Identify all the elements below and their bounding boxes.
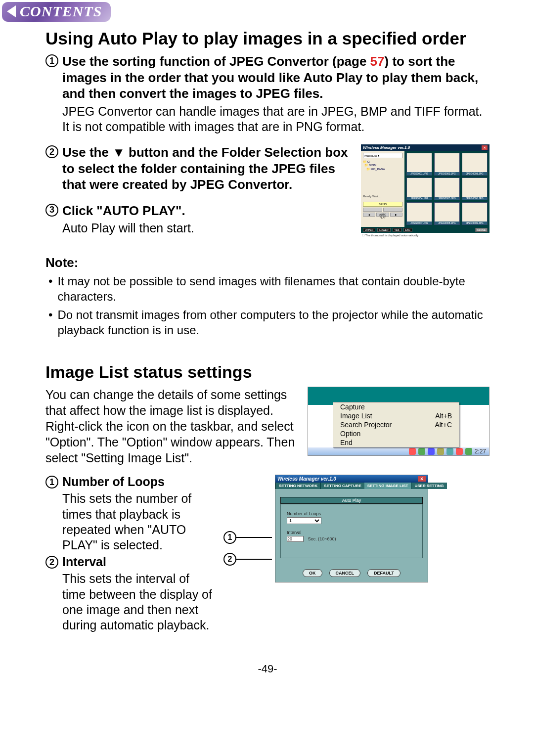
step-1-bold: Use the sorting function of JPEG Convert… [62,53,490,102]
menu-imagelist[interactable]: Image ListAlt+B [333,411,459,420]
default-button[interactable]: DEFAULT [367,569,400,577]
shot1-close-icon[interactable]: × [482,145,488,150]
sub-2-body: This sets the interval of time between t… [62,571,214,633]
shot1-play-button[interactable]: ▶ [390,213,402,217]
screenshot-settings: Wireless Manager ver.1.0 × SETTING NETWO… [275,475,428,582]
menu-end[interactable]: End [333,438,459,447]
shot1-footnote: ☐ The thumbnail is displayed automatical… [361,233,490,237]
shot1-folder-tree[interactable]: 📁 C: 📁 DCIM 📁 100_PANA [363,160,402,171]
step-2-badge: 2 [45,145,58,158]
tab-imagelist[interactable]: SETTING IMAGE LIST [364,483,411,489]
context-menu: Capture Image ListAlt+B Search Projector… [333,402,459,447]
callout-2: 2 [223,553,236,566]
page-ref-57[interactable]: 57 [370,54,385,69]
tray-icon[interactable] [418,448,425,455]
menu-option[interactable]: Option [333,429,459,438]
sub-2-badge: 2 [45,556,58,569]
thumb[interactable] [434,202,460,225]
sub-2-head: Interval [62,555,214,569]
note-1: It may not be possible to send images wi… [57,273,490,304]
heading-autoplay: Using Auto Play to play images in a spec… [45,29,490,48]
thumb[interactable] [462,202,488,225]
intro-paragraph: You can change the details of some setti… [45,387,298,466]
shot1-title: Wireless Manager ver.1.0 [363,145,410,150]
back-triangle-icon [7,5,16,17]
note-heading: Note: [45,255,490,270]
shot1-stop-button[interactable]: ■ [363,213,375,217]
shot3-tabs: SETTING NETWORK SETTING CAPTURE SETTING … [275,483,428,489]
thumb[interactable] [406,153,432,176]
step-3-badge: 3 [45,204,58,217]
tray-icon[interactable] [465,448,472,455]
shot1-autoplay-button[interactable]: AUTO PLAY [376,213,389,217]
page-number: -49- [45,663,490,675]
step-1-badge: 1 [45,54,58,67]
callout-lines: 1 2 [223,531,272,566]
shot3-close-icon[interactable]: × [418,476,426,482]
tab-user[interactable]: USER SETTING [411,483,446,489]
ok-button[interactable]: OK [303,569,322,577]
contents-banner[interactable]: CONTENTS [2,2,111,22]
menu-search-projector[interactable]: Search ProjectorAlt+C [333,420,459,429]
note-list: It may not be possible to send images wi… [47,273,490,338]
shot1-folder-combo[interactable]: ImageList ▾ [363,153,402,158]
shot1-send-button[interactable]: SEND [363,202,402,207]
heading-imagelist-settings: Image List status settings [45,362,490,382]
thumb[interactable] [406,202,432,225]
sub-1-body: This sets the number of times that playb… [62,491,214,553]
tray-icon[interactable] [409,448,416,455]
shot1-prev-next[interactable] [363,208,402,212]
tab-network[interactable]: SETTING NETWORK [275,483,320,489]
step-3-bold: Click "AUTO PLAY". [62,203,351,219]
step-1: 1 Use the sorting function of JPEG Conve… [45,53,490,134]
tray-clock: 2:27 [475,448,486,455]
shot1-lower-button[interactable]: LOWER [377,228,390,232]
thumb[interactable] [434,153,460,176]
callout-1: 1 [223,531,236,544]
step-3: 3 Click "AUTO PLAY". Auto Play will then… [45,203,351,236]
shot1-status: Ready Wait... [363,195,402,198]
sub-1-head: Number of Loops [62,475,214,489]
loops-select[interactable]: 1 [287,517,321,524]
tray-icon[interactable] [446,448,453,455]
shot3-title: Wireless Manager ver.1.0 [277,476,336,482]
thumb[interactable] [406,178,432,200]
menu-capture[interactable]: Capture [333,402,459,411]
shot1-yes-button[interactable]: YES [393,228,401,232]
screenshot-context-menu: Capture Image ListAlt+B Search Projector… [308,387,490,456]
shot1-closebtn[interactable]: CLOSE [475,228,488,232]
step-2-bold: Use the ▼ button and the Folder Selectio… [62,144,351,193]
sub-1: 1 Number of Loops This sets the number o… [45,475,214,553]
shot1-thumbnail-grid [404,151,490,227]
note-2: Do not transmit images from other comput… [57,307,490,338]
screenshot-image-list: Wireless Manager ver.1.0 × ImageList ▾ 📁… [361,144,490,237]
taskbar-tray: 2:27 [308,447,489,455]
interval-label: Interval [287,530,416,535]
contents-label: CONTENTS [20,3,102,20]
tray-icon[interactable] [437,448,444,455]
interval-hint: Sec. (10~600) [308,536,336,541]
loops-label: Number of Loops [287,511,416,516]
shot1-upper-button[interactable]: UPPER [363,228,375,232]
tray-icon[interactable] [428,448,435,455]
shot1-esc-button[interactable]: ESC [403,228,412,232]
cancel-button[interactable]: CANCEL [329,569,361,577]
thumb[interactable] [434,178,460,200]
step-1-body: JPEG Convertor can handle images that ar… [62,104,490,135]
thumb[interactable] [462,153,488,176]
tray-icon[interactable] [456,448,463,455]
sub-2: 2 Interval This sets the interval of tim… [45,555,214,633]
step-3-body: Auto Play will then start. [62,221,351,236]
tab-capture[interactable]: SETTING CAPTURE [320,483,364,489]
section-autoplay-bar: Auto Play [280,497,423,504]
thumb[interactable] [462,178,488,200]
sub-1-badge: 1 [45,476,58,489]
step-2: 2 Use the ▼ button and the Folder Select… [45,144,351,193]
interval-input[interactable] [287,536,304,542]
